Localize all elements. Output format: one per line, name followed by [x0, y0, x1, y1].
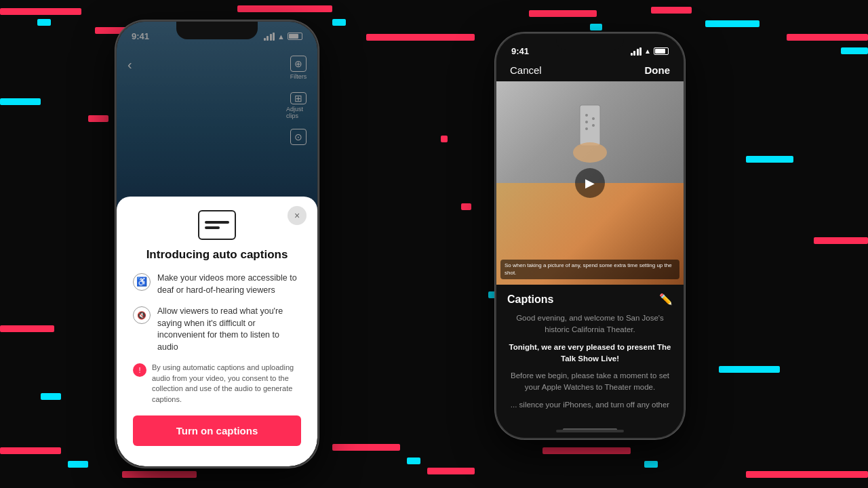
accessibility-icon: ♿	[133, 273, 151, 291]
caption-line-normal-1: Good evening, and welcome to San Jose's …	[507, 312, 673, 336]
modal-overlay: × Introducing auto captions	[117, 22, 317, 466]
edit-icon[interactable]: ✏️	[659, 293, 673, 306]
right-wifi-icon: ▲	[644, 47, 651, 55]
svg-point-2	[585, 121, 588, 123]
consent-warning-icon: !	[133, 363, 146, 377]
modal-title: Introducing auto captions	[133, 248, 301, 262]
right-status-icons: ▲	[631, 47, 669, 56]
right-screen: 9:41 ▲ Cancel Done	[496, 34, 684, 438]
audio-off-icon: 🔇	[133, 306, 151, 324]
consent-row: ! By using automatic captions and upload…	[133, 363, 301, 405]
right-header: Cancel Done	[496, 59, 684, 81]
right-battery-icon	[654, 47, 669, 55]
right-phone-shell: 9:41 ▲ Cancel Done	[495, 33, 685, 439]
video-caption-text: So when taking a picture of any, spend s…	[505, 262, 672, 275]
play-button[interactable]: ▶	[575, 168, 605, 198]
captions-feature-icon	[198, 210, 236, 240]
feature-list: ♿ Make your videos more accessible to de…	[133, 272, 301, 353]
right-home-indicator	[556, 430, 624, 432]
feature-text-1: Make your videos more accessible to deaf…	[157, 272, 301, 296]
modal-sheet: × Introducing auto captions	[117, 197, 317, 466]
feature-text-2: Allow viewers to read what you're saying…	[157, 306, 301, 353]
feature-item-2: 🔇 Allow viewers to read what you're sayi…	[133, 306, 301, 353]
svg-point-5	[592, 124, 595, 127]
captions-title: Captions	[507, 293, 553, 306]
right-phone: 9:41 ▲ Cancel Done	[495, 33, 685, 439]
left-phone: 9:41 ▲ ‹	[115, 20, 319, 468]
left-notch	[176, 22, 258, 39]
caption-line-normal-3: ... silence your iPhones, and turn off a…	[507, 399, 673, 411]
caption-line-bold-1: Tonight, we are very pleased to present …	[507, 342, 673, 365]
turn-on-captions-button[interactable]: Turn on captions	[133, 415, 301, 446]
svg-rect-0	[580, 105, 600, 146]
right-status-time: 9:41	[511, 46, 529, 56]
hands-svg	[549, 92, 631, 173]
svg-point-4	[592, 117, 595, 120]
svg-point-6	[573, 142, 607, 163]
right-notch	[556, 34, 624, 50]
caption-line-2	[205, 226, 220, 229]
svg-point-1	[585, 114, 588, 117]
caption-line-1	[205, 221, 229, 224]
video-bottom-half: So when taking a picture of any, spend s…	[496, 183, 684, 285]
right-signal-icon	[631, 47, 642, 56]
done-button[interactable]: Done	[645, 64, 671, 76]
right-video-area: So when taking a picture of any, spend s…	[496, 81, 684, 285]
cancel-button[interactable]: Cancel	[510, 64, 542, 76]
left-phone-shell: 9:41 ▲ ‹	[115, 20, 319, 468]
close-icon: ×	[294, 210, 300, 221]
captions-header: Captions ✏️	[507, 293, 673, 306]
modal-close-button[interactable]: ×	[288, 206, 307, 225]
svg-point-3	[585, 127, 588, 130]
captions-section: Captions ✏️ Good evening, and welcome to…	[496, 285, 684, 424]
left-screen: 9:41 ▲ ‹	[117, 22, 317, 466]
consent-text: By using automatic captions and uploadin…	[152, 363, 301, 405]
captions-lines-icon	[205, 221, 229, 229]
feature-item-1: ♿ Make your videos more accessible to de…	[133, 272, 301, 296]
caption-line-normal-2: Before we begin, please take a moment to…	[507, 370, 673, 394]
video-caption-overlay: So when taking a picture of any, spend s…	[500, 260, 679, 279]
